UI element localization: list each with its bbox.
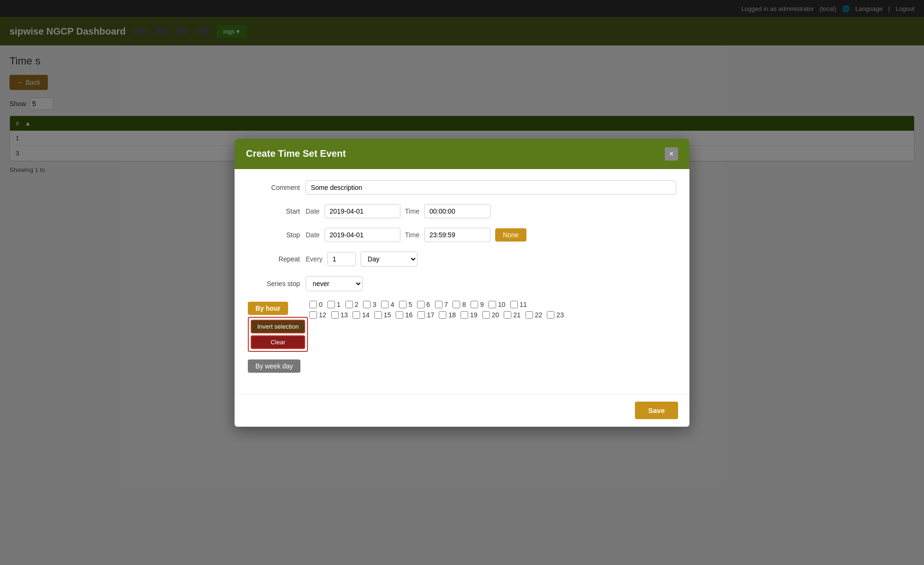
hour-item-9[interactable]: 9 [471,301,484,308]
hours-row-0-11: 0 1 2 3 4 5 6 7 8 9 10 11 [309,301,676,308]
hour-checkbox-14[interactable] [353,311,360,319]
hour-checkbox-23[interactable] [547,311,554,319]
left-controls: By hour Invert selection Clear [248,301,309,352]
start-time-input[interactable] [424,204,490,218]
by-hour-button[interactable]: By hour [248,302,288,315]
hour-checkbox-12[interactable] [309,311,317,319]
hour-item-15[interactable]: 15 [374,311,391,319]
by-week-day-row: By week day [248,359,676,373]
hour-checkbox-9[interactable] [471,301,478,308]
hour-checkbox-11[interactable] [510,301,518,308]
hour-item-17[interactable]: 17 [417,311,435,319]
hour-item-2[interactable]: 2 [345,301,359,308]
hour-item-10[interactable]: 10 [489,301,506,308]
hours-content: 0 1 2 3 4 5 6 7 8 9 10 11 [309,301,676,322]
hour-checkbox-1[interactable] [327,301,335,308]
hour-item-11[interactable]: 11 [510,301,527,308]
repeat-label: Repeat [248,255,300,263]
modal-body: Comment Start Date Time Stop Date [235,169,689,394]
clear-button[interactable]: Clear [251,335,305,349]
hour-item-19[interactable]: 19 [461,311,478,319]
repeat-group: Every Day Week Month Year [306,251,417,267]
hour-item-3[interactable]: 3 [363,301,376,308]
every-input[interactable] [327,252,356,266]
hour-item-22[interactable]: 22 [525,311,543,319]
modal-overlay: Create Time Set Event × Comment Start Da… [0,0,924,565]
hour-checkbox-7[interactable] [435,301,443,308]
stop-date-label: Date [306,231,320,239]
hour-checkbox-13[interactable] [331,311,339,319]
day-select[interactable]: Day Week Month Year [361,251,417,267]
hour-checkbox-4[interactable] [381,301,389,308]
hour-item-13[interactable]: 13 [331,311,348,319]
stop-date-time-group: Date Time None [306,228,526,242]
hour-item-16[interactable]: 16 [396,311,413,319]
by-hour-section: By hour Invert selection Clear 0 1 2 3 [248,301,676,352]
modal-close-button[interactable]: × [665,147,678,161]
start-time-label: Time [405,207,420,215]
hour-item-23[interactable]: 23 [547,311,564,319]
hour-item-5[interactable]: 5 [399,301,412,308]
hour-checkbox-22[interactable] [525,311,533,319]
stop-label: Stop [248,231,300,239]
hour-item-6[interactable]: 6 [417,301,430,308]
hour-checkbox-2[interactable] [345,301,353,308]
hour-item-7[interactable]: 7 [435,301,448,308]
hour-checkbox-0[interactable] [309,301,317,308]
hour-item-8[interactable]: 8 [453,301,466,308]
hour-checkbox-5[interactable] [399,301,407,308]
start-label: Start [248,207,300,215]
stop-row: Stop Date Time None [248,228,676,242]
comment-row: Comment [248,180,676,195]
series-stop-row: Series stop never after on date [248,276,676,291]
invert-selection-button[interactable]: Invert selection [251,320,305,333]
none-button[interactable]: None [495,228,526,242]
hour-checkbox-3[interactable] [363,301,371,308]
hour-item-12[interactable]: 12 [309,311,326,319]
hour-item-1[interactable]: 1 [327,301,341,308]
every-label: Every [306,255,323,263]
comment-label: Comment [248,184,300,191]
start-date-input[interactable] [325,204,400,218]
hour-checkbox-15[interactable] [374,311,382,319]
invert-clear-box: Invert selection Clear [248,317,308,352]
hour-item-0[interactable]: 0 [309,301,323,308]
repeat-row: Repeat Every Day Week Month Year [248,251,676,267]
hour-item-20[interactable]: 20 [482,311,499,319]
comment-input[interactable] [306,180,676,195]
hour-checkbox-20[interactable] [482,311,490,319]
stop-date-input[interactable] [325,228,400,242]
hour-checkbox-18[interactable] [439,311,446,319]
modal-header: Create Time Set Event × [235,139,689,169]
create-time-set-event-modal: Create Time Set Event × Comment Start Da… [235,139,689,427]
hour-checkbox-21[interactable] [504,311,511,319]
series-stop-select[interactable]: never after on date [306,276,362,291]
hour-checkbox-6[interactable] [417,301,425,308]
hours-row-12-23: 12 13 14 15 16 17 18 19 20 21 22 23 [309,311,676,319]
hour-checkbox-8[interactable] [453,301,460,308]
hour-item-21[interactable]: 21 [504,311,521,319]
by-hour-row: By hour Invert selection Clear 0 1 2 3 [248,301,676,352]
modal-footer: Save [235,394,689,427]
start-date-label: Date [306,207,320,215]
hour-checkbox-16[interactable] [396,311,403,319]
series-stop-label: Series stop [248,280,300,287]
hour-checkbox-17[interactable] [417,311,425,319]
start-date-time-group: Date Time [306,204,490,218]
hour-item-4[interactable]: 4 [381,301,394,308]
save-button[interactable]: Save [635,402,678,419]
stop-time-input[interactable] [424,228,490,242]
start-row: Start Date Time [248,204,676,218]
hour-item-18[interactable]: 18 [439,311,456,319]
modal-title: Create Time Set Event [246,148,346,159]
hour-item-14[interactable]: 14 [353,311,370,319]
hour-checkbox-10[interactable] [489,301,496,308]
stop-time-label: Time [405,231,420,239]
by-week-day-button[interactable]: By week day [248,359,300,373]
hour-checkbox-19[interactable] [461,311,468,319]
